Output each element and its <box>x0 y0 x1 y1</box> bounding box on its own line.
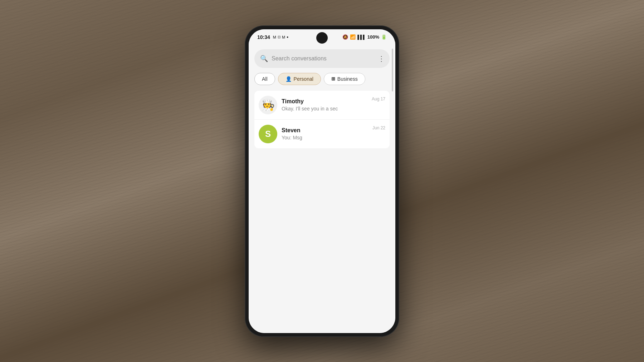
gmail-icon-1: M <box>273 35 276 39</box>
status-time: 10:34 <box>257 34 270 40</box>
filter-tabs: All 👤 Personal ⊞ Business <box>254 73 390 85</box>
wifi-icon: 📶 <box>350 34 356 40</box>
conv-name-timothy: Timothy <box>282 98 367 105</box>
tab-personal[interactable]: 👤 Personal <box>278 73 321 85</box>
avatar-timothy: 🧑‍🍳 <box>259 96 277 114</box>
conv-date-timothy: Aug 17 <box>372 96 385 101</box>
conv-details-timothy: Timothy Okay. I'll see you in a sec <box>282 98 367 111</box>
gmail-icon-2: M <box>282 35 285 39</box>
conv-preview-steven: You: Msg <box>282 135 368 140</box>
person-icon: 👤 <box>286 76 292 82</box>
scroll-indicator <box>392 45 393 333</box>
notification-dot: • <box>287 34 288 40</box>
conv-date-steven: Jun 22 <box>372 125 385 130</box>
search-icon: 🔍 <box>260 55 268 63</box>
conversations-list: 🧑‍🍳 Timothy Okay. I'll see you in a sec … <box>254 91 390 148</box>
tab-business[interactable]: ⊞ Business <box>324 73 365 85</box>
avatar-steven: S <box>259 125 277 143</box>
steven-letter: S <box>265 129 271 139</box>
app-content: 🔍 Search conversations ⋮ All 👤 Personal <box>249 45 395 333</box>
status-left-icons: 10:34 M ⊡ M • <box>257 34 288 40</box>
battery-text: 100% <box>367 34 379 40</box>
camera-notch <box>316 32 328 44</box>
battery-icon: 🔋 <box>381 34 387 40</box>
search-bar[interactable]: 🔍 Search conversations ⋮ <box>254 49 390 68</box>
status-bar: 10:34 M ⊡ M • 🔕 📶 ▌▌▌ 100% 🔋 <box>249 29 395 45</box>
three-dots-icon: ⋮ <box>378 54 385 63</box>
mute-icon: 🔕 <box>342 34 348 40</box>
scroll-thumb <box>392 49 393 91</box>
timothy-emoji: 🧑‍🍳 <box>262 99 275 111</box>
phone-screen: 10:34 M ⊡ M • 🔕 📶 ▌▌▌ 100% 🔋 <box>249 29 395 333</box>
conversation-timothy[interactable]: 🧑‍🍳 Timothy Okay. I'll see you in a sec … <box>254 91 390 120</box>
tab-all[interactable]: All <box>254 73 275 85</box>
tab-personal-label: Personal <box>294 76 313 82</box>
business-icon: ⊞ <box>331 76 335 81</box>
status-right-icons: 🔕 📶 ▌▌▌ 100% 🔋 <box>342 34 387 40</box>
google-icon: ⊡ <box>278 35 280 39</box>
more-button[interactable]: ⋮ <box>375 53 387 64</box>
tab-all-label: All <box>262 76 268 82</box>
conv-preview-timothy: Okay. I'll see you in a sec <box>282 106 367 111</box>
phone-wrapper: 10:34 M ⊡ M • 🔕 📶 ▌▌▌ 100% 🔋 <box>245 26 399 337</box>
signal-icon: ▌▌▌ <box>357 35 366 40</box>
tab-business-label: Business <box>337 76 358 82</box>
conv-name-steven: Steven <box>282 127 368 134</box>
conversation-steven[interactable]: S Steven You: Msg Jun 22 <box>254 120 390 148</box>
phone-device: 10:34 M ⊡ M • 🔕 📶 ▌▌▌ 100% 🔋 <box>245 26 399 337</box>
conv-details-steven: Steven You: Msg <box>282 127 368 140</box>
search-placeholder: Search conversations <box>272 55 384 62</box>
